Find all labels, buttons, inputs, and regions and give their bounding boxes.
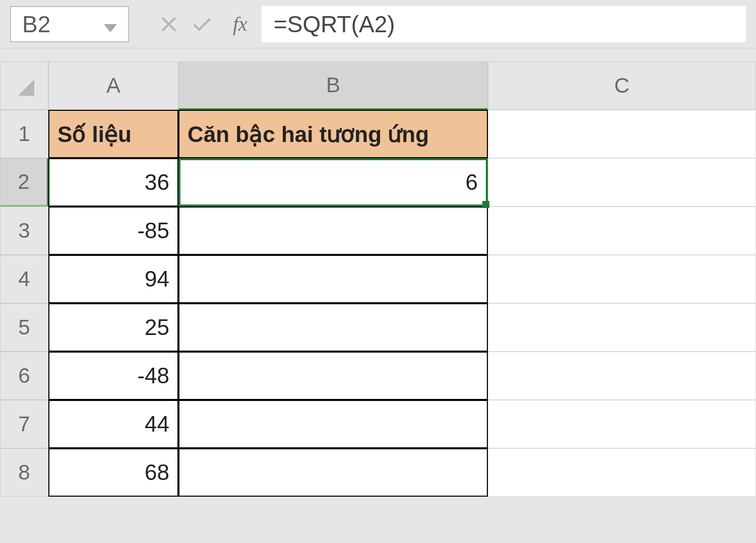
cell-B8[interactable] xyxy=(178,448,488,497)
formula-bar-buttons: fx xyxy=(152,6,262,42)
cell-value: -48 xyxy=(137,363,169,388)
svg-marker-3 xyxy=(18,80,34,96)
name-box-value: B2 xyxy=(22,11,50,38)
cell-value: 36 xyxy=(145,170,169,195)
cell-A6[interactable]: -48 xyxy=(48,352,178,400)
formula-text: =SQRT(A2) xyxy=(274,11,395,38)
cell-B4[interactable] xyxy=(178,255,488,303)
cell-B3[interactable] xyxy=(178,207,488,255)
svg-marker-0 xyxy=(104,24,117,32)
cell-C3[interactable] xyxy=(488,207,756,255)
cell-A4[interactable]: 94 xyxy=(48,255,178,303)
name-box[interactable]: B2 xyxy=(10,6,129,42)
row-header-8[interactable]: 8 xyxy=(0,448,48,497)
cell-A1[interactable]: Số liệu xyxy=(48,110,178,158)
row-header-7[interactable]: 7 xyxy=(0,400,48,448)
cell-value: 6 xyxy=(466,170,478,195)
cell-value: -85 xyxy=(137,218,169,243)
cell-A5[interactable]: 25 xyxy=(48,303,178,352)
cell-C1[interactable] xyxy=(488,110,756,158)
cell-value: 68 xyxy=(145,460,169,485)
cell-C7[interactable] xyxy=(488,400,756,448)
select-all-corner[interactable] xyxy=(0,61,48,110)
enter-icon[interactable] xyxy=(185,6,219,42)
row-header-3[interactable]: 3 xyxy=(0,207,48,255)
cancel-icon[interactable] xyxy=(152,6,185,42)
cell-C5[interactable] xyxy=(488,303,756,352)
fx-icon[interactable]: fx xyxy=(219,12,262,36)
cell-value: 25 xyxy=(145,315,169,340)
formula-bar: B2 fx =SQRT(A2) xyxy=(0,0,756,48)
cell-C4[interactable] xyxy=(488,255,756,303)
spreadsheet-grid[interactable]: A B C 1 Số liệu Căn bậc hai tương ứng 2 … xyxy=(0,61,756,497)
column-header-B[interactable]: B xyxy=(178,61,488,110)
cell-C2[interactable] xyxy=(488,158,756,207)
cell-B5[interactable] xyxy=(178,303,488,352)
cell-value: 44 xyxy=(145,412,169,437)
column-header-A[interactable]: A xyxy=(48,61,178,110)
row-header-5[interactable]: 5 xyxy=(0,303,48,352)
cell-B1[interactable]: Căn bậc hai tương ứng xyxy=(178,110,488,158)
cell-B6[interactable] xyxy=(178,352,488,400)
header-A-label: Số liệu xyxy=(57,121,132,147)
cell-A8[interactable]: 68 xyxy=(48,448,178,497)
formula-input[interactable]: =SQRT(A2) xyxy=(262,6,746,42)
cell-B7[interactable] xyxy=(178,400,488,448)
row-header-4[interactable]: 4 xyxy=(0,255,48,303)
cell-A3[interactable]: -85 xyxy=(48,207,178,255)
row-header-6[interactable]: 6 xyxy=(0,352,48,400)
cell-B2[interactable]: 6 xyxy=(178,158,488,207)
cell-A7[interactable]: 44 xyxy=(48,400,178,448)
column-header-C[interactable]: C xyxy=(488,61,756,110)
cell-A2[interactable]: 36 xyxy=(48,158,178,207)
row-header-2[interactable]: 2 xyxy=(0,158,48,207)
row-header-1[interactable]: 1 xyxy=(0,110,48,158)
cell-C8[interactable] xyxy=(488,448,756,497)
dropdown-icon[interactable] xyxy=(104,11,117,38)
cell-C6[interactable] xyxy=(488,352,756,400)
header-B-label: Căn bậc hai tương ứng xyxy=(187,121,429,147)
cell-value: 94 xyxy=(145,266,169,292)
